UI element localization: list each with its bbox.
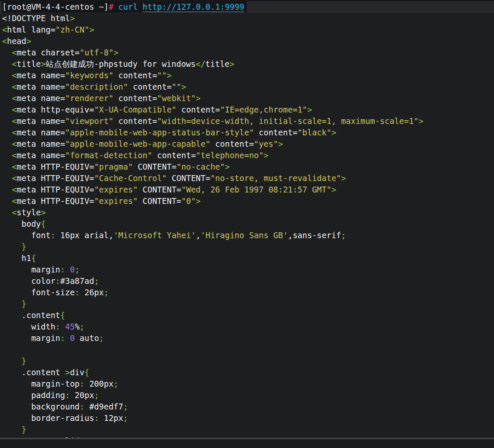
- code-token: :: [60, 265, 65, 274]
- code-token: "0": [181, 196, 196, 206]
- terminal-line: margin: 0;: [2, 264, 494, 275]
- code-token: <: [12, 139, 17, 148]
- code-token: 20px: [70, 390, 94, 400]
- terminal-line: <meta name="description" content="">: [2, 81, 494, 93]
- line-text: <meta HTTP-EQUIV="pragma" CONTENT="no-ca…: [2, 162, 230, 171]
- code-token: <: [12, 196, 17, 206]
- code-token: "webkit": [157, 93, 196, 103]
- code-token: head: [7, 36, 26, 46]
- code-token: </: [196, 59, 205, 69]
- code-token: [2, 139, 12, 148]
- code-token: :: [60, 333, 65, 343]
- line-text: <title>站点创建成功-phpstudy for windows</titl…: [2, 59, 235, 69]
- code-token: "yes": [254, 139, 278, 148]
- code-token: :: [50, 231, 55, 240]
- code-token: meta name=: [17, 116, 65, 126]
- terminal-window: [root@VM-4-4-centos ~]# curl http://127.…: [0, 0, 494, 448]
- line-text: <meta name="renderer" content="webkit">: [2, 93, 201, 103]
- code-token: [2, 162, 12, 171]
- code-token: content=: [113, 71, 157, 80]
- code-token: [2, 299, 22, 308]
- line-text: }: [2, 242, 26, 251]
- code-token: div: [70, 368, 84, 377]
- code-token: [2, 93, 12, 103]
- code-token: "format-detection": [65, 151, 152, 160]
- code-token: <: [12, 116, 17, 126]
- code-token: background: [2, 402, 80, 411]
- line-text: font-size: 26px;: [2, 288, 109, 297]
- code-token: <: [12, 93, 17, 103]
- terminal-line: <style>: [2, 207, 494, 218]
- line-text: color:#3a87ad;: [2, 276, 99, 286]
- code-token: "utf-8": [80, 48, 113, 57]
- code-token: >: [331, 128, 336, 137]
- code-token: [2, 196, 12, 206]
- code-token: >: [278, 139, 283, 148]
- line-text: [root@VM-4-4-centos ~]# curl http://127.…: [2, 1, 244, 13]
- code-token: ;: [123, 402, 128, 411]
- line-text: body{: [2, 219, 46, 228]
- code-token: <: [12, 185, 17, 194]
- terminal-line: <meta name="keywords" content="">: [2, 70, 494, 81]
- terminal-line: [2, 344, 494, 355]
- code-token: ,sans-serif: [288, 231, 341, 240]
- code-token: [2, 208, 12, 217]
- code-token: :: [80, 402, 84, 411]
- code-token: ;: [341, 231, 346, 240]
- line-text: <meta name="apple-mobile-web-app-capable…: [2, 139, 283, 148]
- terminal-line: <html lang="zh-CN">: [2, 24, 494, 36]
- code-token: "telephone=no": [196, 151, 264, 160]
- code-token: >: [181, 82, 186, 91]
- code-token: [65, 265, 70, 274]
- terminal-line: <meta HTTP-EQUIV="Cache-Control" CONTENT…: [2, 173, 494, 184]
- code-token: {: [60, 311, 65, 320]
- line-text: <meta HTTP-EQUIV="expires" CONTENT="Wed,…: [2, 185, 336, 194]
- command-url[interactable]: http://127.0.0.1:9999: [143, 2, 244, 11]
- line-text: <meta name="viewport" content="width=dev…: [2, 116, 423, 126]
- terminal-line: <!DOCTYPE html>: [2, 13, 494, 24]
- line-text: h1{: [2, 253, 36, 263]
- code-token: <: [12, 151, 17, 160]
- code-token: <: [12, 82, 17, 91]
- code-token: >: [41, 208, 46, 217]
- code-token: {: [41, 219, 46, 228]
- code-token: ;: [94, 276, 99, 286]
- code-token: [60, 322, 65, 331]
- line-text: <!DOCTYPE html>: [2, 14, 75, 23]
- code-token: <: [12, 59, 17, 69]
- line-text: <meta charset="utf-8">: [2, 48, 119, 57]
- code-token: [138, 2, 142, 11]
- code-token: meta name=: [17, 128, 65, 137]
- line-text: font: 16px arial,'Microsoft Yahei','Hira…: [2, 231, 346, 240]
- terminal-scrollback[interactable]: [root@VM-4-4-centos ~]# curl http://127.…: [2, 1, 494, 438]
- code-token: font: [2, 231, 50, 240]
- line-text: <meta http-equiv="X-UA-Compatible" conte…: [2, 105, 312, 114]
- code-token: 0: [70, 333, 75, 343]
- code-token: [2, 356, 22, 366]
- code-token: :: [65, 390, 70, 400]
- code-token: :: [94, 413, 99, 423]
- code-token: >: [196, 93, 201, 103]
- terminal-line: <meta name="apple-mobile-web-app-status-…: [2, 127, 494, 138]
- code-token: >: [113, 48, 118, 57]
- code-token: <: [12, 48, 17, 57]
- code-token: >: [225, 162, 229, 171]
- code-token: [2, 48, 12, 57]
- code-token: %: [75, 322, 80, 331]
- code-token: ;: [80, 322, 84, 331]
- code-token: [2, 425, 22, 434]
- terminal-line: font-size: 26px;: [2, 287, 494, 298]
- code-token: .content: [2, 368, 65, 377]
- terminal-line: <meta http-equiv="X-UA-Compatible" conte…: [2, 104, 494, 115]
- code-token: "keywords": [65, 71, 113, 80]
- terminal-line: <meta HTTP-EQUIV="expires" CONTENT="Wed,…: [2, 184, 494, 195]
- code-token: 12px: [99, 413, 123, 423]
- code-token: <: [12, 208, 17, 217]
- code-token: ;: [113, 379, 118, 388]
- code-token: "IE=edge,chrome=1": [220, 105, 307, 114]
- code-token: title: [205, 59, 229, 69]
- line-text: padding: 20px;: [2, 390, 99, 400]
- line-text: margin-top: 200px;: [2, 379, 119, 388]
- line-text: <meta name="keywords" content="">: [2, 71, 171, 80]
- code-token: meta name=: [17, 82, 65, 91]
